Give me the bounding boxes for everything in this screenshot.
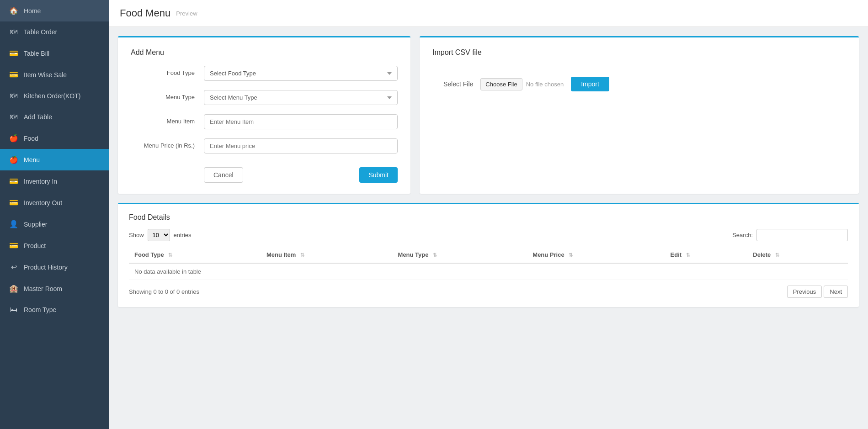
product-icon: 💳 xyxy=(9,241,18,250)
table-bill-icon: 💳 xyxy=(9,49,18,58)
food-type-label: Food Type xyxy=(131,69,204,77)
sidebar-item-kitchen-order[interactable]: 🍽 Kitchen Order(KOT) xyxy=(0,85,109,106)
sidebar-item-menu[interactable]: 🍎 Menu xyxy=(0,149,109,170)
previous-button[interactable]: Previous xyxy=(787,286,822,298)
page-title: Food Menu xyxy=(120,7,170,19)
pagination-buttons: Previous Next xyxy=(787,286,848,298)
sort-icon-menu-item: ⇅ xyxy=(300,252,304,258)
search-input[interactable] xyxy=(756,229,848,241)
showing-text: Showing 0 to 0 of 0 entries xyxy=(129,288,199,295)
add-table-icon: 🍽 xyxy=(9,113,18,121)
table-header-row: Food Type ⇅Menu Item ⇅Menu Type ⇅Menu Pr… xyxy=(129,247,848,263)
col-menu-price[interactable]: Menu Price ⇅ xyxy=(527,247,665,263)
sidebar-label-supplier: Supplier xyxy=(24,221,47,228)
food-details-title: Food Details xyxy=(129,213,848,222)
menu-item-group: Menu Item xyxy=(131,114,398,129)
col-menu-item[interactable]: Menu Item ⇅ xyxy=(261,247,393,263)
col-delete[interactable]: Delete ⇅ xyxy=(747,247,848,263)
form-actions: Cancel Submit xyxy=(131,163,398,183)
sidebar-item-inventory-out[interactable]: 💳 Inventory Out xyxy=(0,192,109,213)
sidebar-label-item-wise-sale: Item Wise Sale xyxy=(24,71,67,79)
sidebar-label-product-history: Product History xyxy=(24,264,68,271)
col-edit[interactable]: Edit ⇅ xyxy=(665,247,748,263)
menu-type-select[interactable]: Select Menu Type xyxy=(204,90,398,105)
menu-type-group: Menu Type Select Menu Type xyxy=(131,90,398,105)
col-food-type[interactable]: Food Type ⇅ xyxy=(129,247,261,263)
cancel-button[interactable]: Cancel xyxy=(204,167,243,183)
import-csv-title: Import CSV file xyxy=(432,48,846,57)
no-data-row: No data available in table xyxy=(129,263,848,280)
menu-icon: 🍎 xyxy=(9,155,18,164)
room-type-icon: 🛏 xyxy=(9,306,18,314)
table-order-icon: 🍽 xyxy=(9,28,18,36)
sidebar-label-kitchen-order: Kitchen Order(KOT) xyxy=(24,92,80,100)
sidebar-label-menu: Menu xyxy=(24,156,40,164)
sidebar-item-product-history[interactable]: ↩ Product History xyxy=(0,256,109,278)
sidebar-label-product: Product xyxy=(24,242,46,249)
sidebar-label-table-bill: Table Bill xyxy=(24,50,49,57)
sidebar-item-home[interactable]: 🏠 Home xyxy=(0,0,109,21)
menu-price-group: Menu Price (in Rs.) xyxy=(131,138,398,154)
sort-icon-delete: ⇅ xyxy=(775,252,779,258)
sidebar-item-master-room[interactable]: 🏨 Master Room xyxy=(0,278,109,299)
sidebar-label-room-type: Room Type xyxy=(24,306,56,313)
menu-item-label: Menu Item xyxy=(131,117,204,126)
menu-item-input[interactable] xyxy=(204,114,398,129)
menu-price-input[interactable] xyxy=(204,138,398,154)
import-row: Select File Choose File No file chosen I… xyxy=(432,66,846,102)
entries-select[interactable]: 10 25 50 xyxy=(148,229,170,241)
sidebar-item-table-bill[interactable]: 💳 Table Bill xyxy=(0,42,109,64)
table-controls: Show 10 25 50 entries Search: xyxy=(129,229,848,241)
food-type-group: Food Type Select Food Type xyxy=(131,66,398,81)
col-menu-type[interactable]: Menu Type ⇅ xyxy=(393,247,527,263)
menu-type-label: Menu Type xyxy=(131,93,204,101)
sidebar-item-supplier[interactable]: 👤 Supplier xyxy=(0,213,109,235)
item-wise-sale-icon: 💳 xyxy=(9,70,18,79)
entries-label: entries xyxy=(174,232,192,238)
sidebar-label-home: Home xyxy=(24,7,41,15)
pagination-row: Showing 0 to 0 of 0 entries Previous Nex… xyxy=(129,286,848,298)
next-button[interactable]: Next xyxy=(824,286,848,298)
supplier-icon: 👤 xyxy=(9,220,18,228)
import-csv-card: Import CSV file Select File Choose File … xyxy=(420,36,859,194)
import-button[interactable]: Import xyxy=(571,77,609,91)
sort-icon-menu-price: ⇅ xyxy=(569,252,573,258)
no-file-label: No file chosen xyxy=(526,81,564,88)
submit-button[interactable]: Submit xyxy=(359,167,398,183)
sidebar-label-add-table: Add Table xyxy=(24,113,52,121)
sidebar-item-table-order[interactable]: 🍽 Table Order xyxy=(0,21,109,42)
content-area: Add Menu Food Type Select Food Type Menu… xyxy=(109,27,868,203)
add-menu-title: Add Menu xyxy=(131,48,398,57)
menu-price-label: Menu Price (in Rs.) xyxy=(131,142,204,150)
sort-icon-food-type: ⇅ xyxy=(168,252,172,258)
food-type-select[interactable]: Select Food Type xyxy=(204,66,398,81)
sidebar-item-food[interactable]: 🍎 Food xyxy=(0,127,109,149)
sort-icon-menu-type: ⇅ xyxy=(433,252,437,258)
search-box: Search: xyxy=(732,229,848,241)
master-room-icon: 🏨 xyxy=(9,284,18,293)
select-file-label: Select File xyxy=(443,80,473,88)
search-label: Search: xyxy=(732,232,753,238)
inventory-in-icon: 💳 xyxy=(9,177,18,185)
choose-file-button[interactable]: Choose File xyxy=(480,78,522,90)
sort-icon-edit: ⇅ xyxy=(686,252,690,258)
food-details-section: Food Details Show 10 25 50 entries Searc… xyxy=(118,203,859,307)
show-label: Show xyxy=(129,232,144,238)
sidebar-label-master-room: Master Room xyxy=(24,285,62,292)
food-details-table: Food Type ⇅Menu Item ⇅Menu Type ⇅Menu Pr… xyxy=(129,247,848,280)
sidebar-item-product[interactable]: 💳 Product xyxy=(0,235,109,256)
sidebar-item-inventory-in[interactable]: 💳 Inventory In xyxy=(0,170,109,192)
page-header: Food Menu Preview xyxy=(109,0,868,27)
main-content: Food Menu Preview Add Menu Food Type Sel… xyxy=(109,0,868,429)
sidebar-label-food: Food xyxy=(24,135,38,142)
sidebar: 🏠 Home🍽 Table Order💳 Table Bill💳 Item Wi… xyxy=(0,0,109,429)
sidebar-item-room-type[interactable]: 🛏 Room Type xyxy=(0,299,109,320)
inventory-out-icon: 💳 xyxy=(9,198,18,207)
product-history-icon: ↩ xyxy=(9,263,18,271)
food-icon: 🍎 xyxy=(9,134,18,143)
no-data-cell: No data available in table xyxy=(129,263,848,280)
sidebar-item-add-table[interactable]: 🍽 Add Table xyxy=(0,106,109,127)
sidebar-item-item-wise-sale[interactable]: 💳 Item Wise Sale xyxy=(0,64,109,85)
home-icon: 🏠 xyxy=(9,6,18,15)
sidebar-label-inventory-out: Inventory Out xyxy=(24,199,62,207)
